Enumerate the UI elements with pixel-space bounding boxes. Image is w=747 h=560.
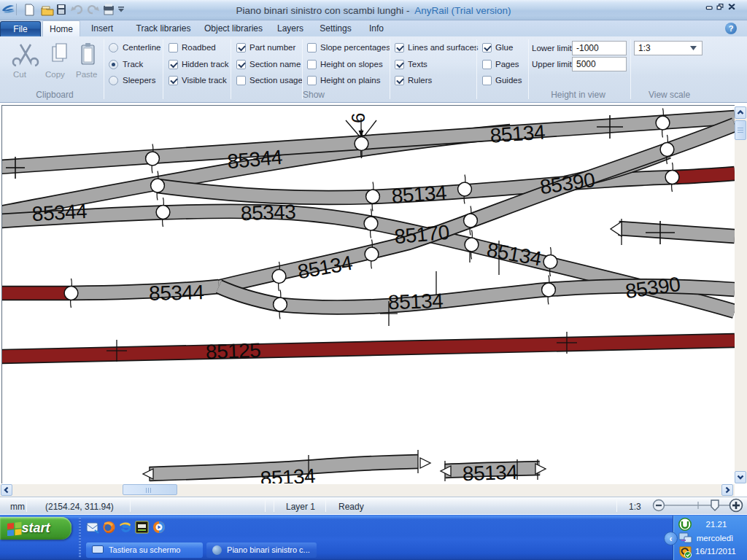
svg-text:85134: 85134: [387, 289, 443, 314]
svg-text:85344: 85344: [31, 200, 88, 225]
svg-text:85134: 85134: [485, 238, 543, 271]
svg-text:85390: 85390: [538, 168, 596, 198]
svg-text:85170: 85170: [393, 221, 450, 248]
svg-text:85134: 85134: [391, 181, 447, 207]
svg-text:85134: 85134: [296, 252, 355, 284]
svg-text:85125: 85125: [205, 339, 260, 364]
svg-text:6: 6: [347, 113, 369, 123]
svg-text:85343: 85343: [240, 201, 295, 225]
svg-text:85344: 85344: [149, 281, 204, 304]
svg-text:85134: 85134: [462, 461, 517, 483]
svg-text:85344: 85344: [226, 146, 283, 173]
svg-text:85134: 85134: [489, 120, 546, 147]
svg-text:85134: 85134: [260, 464, 316, 483]
